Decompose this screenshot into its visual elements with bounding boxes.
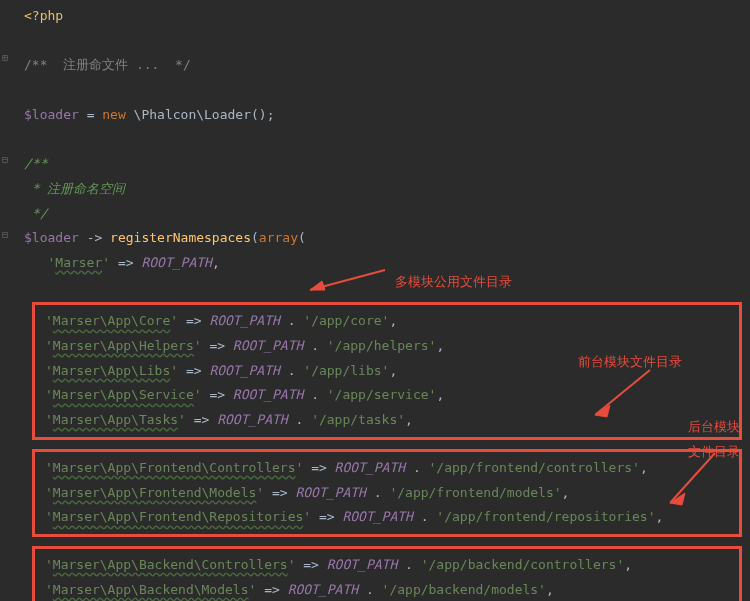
code-line: /** 注册命文件 ... */ [12, 53, 750, 78]
php-open-tag: <?php [24, 8, 63, 23]
code-line: */ [12, 202, 750, 227]
code-line: 'Marser\App\Backend\Models' => ROOT_PATH… [35, 578, 739, 601]
arrow-icon [660, 448, 730, 518]
code-line: 'Marser\App\Backend\Controllers' => ROOT… [35, 553, 739, 578]
blank-line [12, 127, 750, 152]
code-line: 'Marser\App\Core' => ROOT_PATH . '/app/c… [35, 309, 739, 334]
annotation-shared: 多模块公用文件目录 [395, 270, 512, 295]
blank-line [12, 78, 750, 103]
code-line: 'Marser\App\Frontend\Repositories' => RO… [35, 505, 739, 530]
svg-line-2 [595, 370, 650, 415]
code-line: /** [12, 152, 750, 177]
svg-marker-3 [595, 405, 610, 417]
arrow-icon [585, 365, 665, 425]
code-line: 'Marser\App\Frontend\Models' => ROOT_PAT… [35, 481, 739, 506]
blank-line [12, 442, 750, 447]
code-line: * 注册命名空间 [12, 177, 750, 202]
svg-marker-1 [310, 281, 325, 290]
code-line: 'Marser\App\Frontend\Controllers' => ROO… [35, 456, 739, 481]
fold-mark-icon[interactable]: ⊞ [2, 48, 8, 67]
blank-line [12, 29, 750, 54]
fold-mark-icon[interactable]: ⊟ [2, 225, 8, 244]
highlight-box-frontend: 'Marser\App\Frontend\Controllers' => ROO… [32, 449, 742, 537]
code-line: $loader = new \Phalcon\Loader(); [12, 103, 750, 128]
arrow-icon [300, 265, 390, 295]
blank-line [12, 539, 750, 544]
svg-line-4 [670, 453, 715, 503]
code-line: <?php [12, 4, 750, 29]
code-editor: <?php ⊞ /** 注册命文件 ... */ $loader = new \… [0, 0, 750, 601]
highlight-box-backend: 'Marser\App\Backend\Controllers' => ROOT… [32, 546, 742, 601]
fold-mark-icon[interactable]: ⊟ [2, 150, 8, 169]
code-line: $loader -> registerNamespaces(array( [12, 226, 750, 251]
